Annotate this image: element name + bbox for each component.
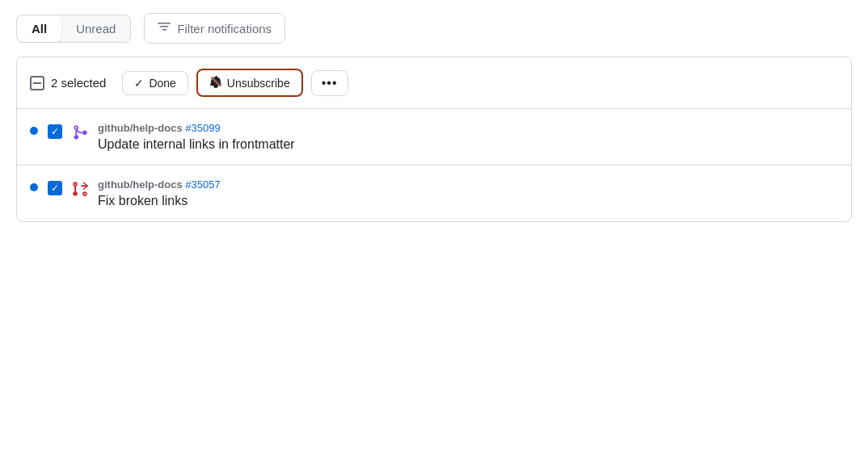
filter-icon: [158, 20, 171, 36]
item-2-number: #35057: [185, 178, 220, 191]
item-2-repo: github/help-docs: [98, 178, 183, 191]
item-2-repo-line: github/help-docs #35057: [98, 178, 221, 191]
item-2-title: Fix broken links: [98, 194, 221, 208]
tab-all[interactable]: All: [17, 15, 61, 42]
unread-dot: [30, 183, 38, 191]
item-1-repo-line: github/help-docs #35099: [98, 122, 295, 134]
pr-closed-icon: [72, 181, 88, 197]
done-button[interactable]: ✓ Done: [122, 71, 188, 95]
item-1-repo: github/help-docs: [98, 122, 183, 134]
item-1-title: Update internal links in frontmatter: [98, 137, 295, 152]
check-icon: ✓: [51, 183, 59, 193]
notification-item: ✓ github/help-docs #35057 Fix broken lin…: [17, 166, 851, 221]
notifications-panel: 2 selected ✓ Done Uns: [16, 57, 852, 222]
tab-unread[interactable]: Unread: [61, 15, 130, 42]
checkmark-icon: ✓: [134, 77, 144, 90]
unsubscribe-label: Unsubscribe: [227, 77, 290, 90]
tab-group: All Unread: [16, 15, 131, 43]
item-checkbox-1[interactable]: ✓: [48, 124, 62, 139]
check-icon: ✓: [51, 127, 59, 136]
item-checkbox-2[interactable]: ✓: [48, 181, 62, 195]
item-2-content: github/help-docs #35057 Fix broken links: [98, 178, 221, 208]
tabs-row: All Unread Filter notifications: [0, 13, 868, 57]
notification-item: ✓ github/help-docs #35099 Update interna…: [17, 109, 851, 166]
item-1-number: #35099: [185, 122, 220, 134]
toolbar-actions: ✓ Done Unsubscribe •••: [122, 69, 348, 97]
toolbar-row: 2 selected ✓ Done Uns: [17, 57, 851, 109]
bell-slash-icon: [209, 75, 222, 90]
item-1-content: github/help-docs #35099 Update internal …: [98, 122, 295, 152]
select-all-checkbox[interactable]: [30, 76, 44, 90]
filter-button[interactable]: Filter notifications: [144, 13, 285, 44]
main-container: All Unread Filter notifications 2 select…: [0, 0, 868, 457]
filter-label: Filter notifications: [177, 22, 272, 36]
selected-info: 2 selected: [30, 76, 106, 90]
done-label: Done: [149, 77, 175, 90]
unread-dot: [30, 127, 38, 135]
partial-indicator: [33, 82, 41, 84]
unsubscribe-button[interactable]: Unsubscribe: [196, 69, 303, 97]
more-button[interactable]: •••: [311, 70, 348, 96]
pr-merged-icon: [72, 124, 88, 140]
selected-count-label: 2 selected: [51, 76, 106, 90]
more-icon: •••: [322, 76, 338, 90]
